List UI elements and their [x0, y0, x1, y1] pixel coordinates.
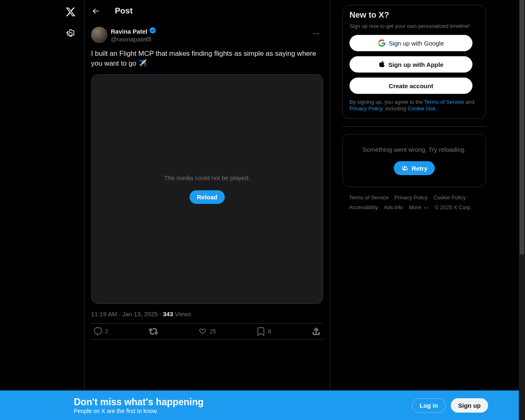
- media-placeholder: The media could not be played. Reload: [91, 74, 323, 304]
- svg-point-5: [427, 207, 428, 208]
- like-count: 25: [210, 328, 216, 335]
- footer-ads[interactable]: Ads info: [384, 203, 403, 212]
- main-column: Post Ravina Patel @ravinapatellll: [84, 0, 330, 420]
- author-handle[interactable]: @ravinapatellll: [111, 36, 156, 43]
- scrollbar[interactable]: [519, 0, 525, 420]
- repost-icon: [149, 327, 158, 336]
- post-views-label: Views: [175, 310, 191, 317]
- signup-title: New to X?: [349, 10, 479, 20]
- error-message: Something went wrong. Try reloading.: [363, 146, 466, 153]
- bookmark-button[interactable]: 6: [256, 327, 271, 336]
- signup-card: New to X? Sign up now to get your own pe…: [342, 5, 486, 119]
- svg-point-3: [424, 207, 425, 208]
- cookie-link[interactable]: Cookie Use.: [408, 105, 437, 112]
- x-logo[interactable]: [60, 2, 81, 23]
- back-button[interactable]: [89, 4, 103, 18]
- post: Ravina Patel @ravinapatellll I built an …: [84, 22, 330, 341]
- share-icon: [312, 327, 321, 336]
- reply-button[interactable]: 2: [94, 327, 108, 336]
- signup-tos-text: By signing up, you agree to the Terms of…: [349, 99, 479, 112]
- post-timestamp[interactable]: 11:19 AM · Jan 13, 2025: [91, 310, 158, 317]
- error-card: Something went wrong. Try reloading. Ret…: [342, 134, 486, 187]
- refresh-icon: [401, 164, 409, 172]
- post-meta: 11:19 AM · Jan 13, 2025 · 343 Views: [91, 310, 323, 324]
- reply-count: 2: [105, 328, 108, 335]
- signup-google-button[interactable]: Sign up with Google: [349, 35, 472, 51]
- page-title: Post: [115, 6, 132, 16]
- post-text: I built an Flight MCP that makes finding…: [91, 49, 323, 68]
- banner-signup-button[interactable]: Sign up: [451, 398, 488, 413]
- svg-point-1: [316, 33, 317, 34]
- footer-links: Terms of Service Privacy Policy Cookie P…: [342, 194, 486, 212]
- footer-cookie[interactable]: Cookie Policy: [434, 194, 466, 202]
- media-error-text: The media could not be played.: [164, 174, 250, 181]
- arrow-left-icon: [91, 7, 100, 15]
- share-button[interactable]: [312, 327, 321, 336]
- bookmark-count: 6: [268, 328, 271, 335]
- author-name[interactable]: Ravina Patel: [111, 28, 147, 35]
- banner-subtitle: People on X are the first to know.: [74, 408, 203, 414]
- svg-point-0: [313, 33, 315, 34]
- create-account-button[interactable]: Create account: [349, 78, 472, 94]
- signup-banner: Don't miss what's happening People on X …: [0, 390, 525, 420]
- scrollbar-thumb[interactable]: [520, 0, 524, 254]
- action-bar: 2 25 6: [91, 324, 323, 340]
- google-icon: [378, 39, 386, 47]
- footer-more[interactable]: More: [409, 203, 429, 212]
- ellipsis-icon: [423, 205, 429, 211]
- post-views-count[interactable]: 343: [163, 310, 173, 317]
- banner-login-button[interactable]: Log in: [412, 398, 446, 413]
- gear-icon: [65, 29, 76, 41]
- media-reload-button[interactable]: Reload: [189, 190, 225, 204]
- left-nav: [10, 0, 84, 420]
- ellipsis-icon: [313, 30, 320, 37]
- x-logo-icon: [65, 7, 76, 19]
- footer-privacy[interactable]: Privacy Policy: [395, 194, 428, 202]
- repost-button[interactable]: [149, 327, 158, 336]
- signup-subtitle: Sign up now to get your own personalized…: [349, 23, 479, 29]
- apple-icon: [379, 60, 385, 69]
- right-sidebar: New to X? Sign up now to get your own pe…: [330, 0, 486, 420]
- svg-point-4: [426, 207, 427, 208]
- privacy-link[interactable]: Privacy Policy: [349, 105, 382, 112]
- like-button[interactable]: 25: [198, 327, 216, 336]
- verified-badge-icon: [149, 27, 156, 36]
- signup-apple-button[interactable]: Sign up with Apple: [349, 56, 472, 73]
- footer-tos[interactable]: Terms of Service: [349, 194, 389, 202]
- tos-link[interactable]: Terms of Service: [425, 99, 464, 105]
- settings-button[interactable]: [60, 25, 81, 45]
- banner-title: Don't miss what's happening: [74, 397, 203, 408]
- avatar[interactable]: [91, 27, 107, 43]
- post-more-button[interactable]: [309, 27, 323, 41]
- page-header: Post: [84, 0, 330, 22]
- footer-copyright: © 2025 X Corp.: [435, 203, 472, 212]
- retry-button[interactable]: Retry: [394, 161, 435, 175]
- reply-icon: [94, 327, 103, 336]
- footer-accessibility[interactable]: Accessibility: [349, 203, 378, 212]
- divider: [342, 126, 486, 127]
- heart-icon: [198, 327, 207, 336]
- svg-point-2: [318, 33, 319, 34]
- bookmark-icon: [256, 327, 265, 336]
